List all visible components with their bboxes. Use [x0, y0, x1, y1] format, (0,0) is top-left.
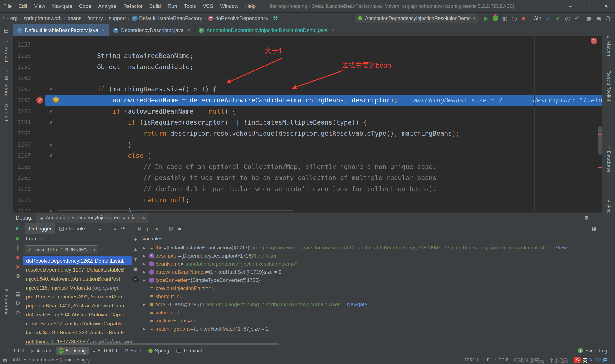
- scroll-down-icon[interactable]: ▼: [133, 257, 138, 262]
- code-text[interactable]: if (autowiredBeanName == null) {: [56, 106, 236, 117]
- tool-stripe-1-project[interactable]: 1: Project: [4, 40, 9, 63]
- run-button[interactable]: ▶: [482, 14, 490, 23]
- breadcrumb-item-factory[interactable]: factory: [86, 15, 104, 22]
- toolwindow-button-build[interactable]: ⚒Build: [121, 347, 144, 355]
- settings-sliders-icon[interactable]: ≔: [175, 226, 183, 232]
- variable-row-autowiredbeannames[interactable]: ▶pautowiredBeanNames = {LinkedHashSet@17…: [139, 268, 602, 276]
- variable-link[interactable]: ... Navigate: [341, 301, 367, 307]
- scroll-up-icon[interactable]: ▲: [133, 247, 138, 252]
- intention-bulb-icon[interactable]: [53, 97, 59, 103]
- rerun-button[interactable]: ↻: [16, 226, 20, 232]
- ime-mode[interactable]: 英: [582, 356, 587, 364]
- variable-row-descriptor[interactable]: ▶pdescriptor = {DependencyDescriptor@171…: [139, 252, 602, 260]
- window-close-button[interactable]: ✕: [597, 0, 615, 13]
- expand-arrow-icon[interactable]: ▶: [141, 327, 148, 331]
- stack-frame-row[interactable]: resolveDependency:1207, DefaultListableB: [23, 265, 132, 274]
- tab-dependencydescriptor-java[interactable]: CDependencyDescriptor.java×: [109, 24, 194, 36]
- tab-annotationdependencyinjectionresolutiondemo-java[interactable]: CAnnotationDependencyInjectionResolution…: [195, 24, 338, 36]
- breakpoint-gutter[interactable]: [34, 73, 45, 84]
- tool-stripe-maven[interactable]: mMaven: [606, 35, 612, 56]
- keyboard-icon[interactable]: ⌨: [595, 357, 602, 363]
- expand-arrow-icon[interactable]: ▶: [141, 262, 148, 266]
- window-minimize-button[interactable]: –: [561, 0, 579, 13]
- tool-stripe-7-structure[interactable]: 7: Structure: [4, 70, 9, 97]
- tool-stripe-restfultoolkit[interactable]: ◦RestfulToolkit: [606, 64, 612, 102]
- commit-button[interactable]: ✔: [554, 14, 562, 23]
- code-text[interactable]: if (isRequired(descriptor) || !indicates…: [56, 117, 367, 128]
- tool-stripe-2-favorites[interactable]: 2: Favorites: [4, 289, 9, 316]
- add-icon[interactable]: +: [134, 237, 137, 242]
- breadcrumb-item-r[interactable]: r: [2, 15, 5, 22]
- breadcrumb-item-defaultlistablebeanfactory[interactable]: CDefaultListableBeanFactory: [131, 15, 203, 22]
- fold-marker[interactable]: ∨: [45, 117, 56, 128]
- menu-item-run[interactable]: Run: [164, 0, 180, 12]
- tool-stripe-ant[interactable]: ▲Ant: [606, 198, 612, 213]
- force-step-into-icon[interactable]: ⇊: [135, 226, 143, 232]
- stop-button[interactable]: ■: [519, 14, 528, 23]
- breadcrumb-item-support[interactable]: support: [108, 15, 127, 22]
- line-number[interactable]: 1262: [13, 95, 34, 106]
- code-text[interactable]: return null;: [56, 195, 190, 206]
- toolwindow-button-spring[interactable]: Spring: [146, 347, 172, 355]
- tab-defaultlistablebeanfactory-java[interactable]: CDefaultListableBeanFactory.java×: [13, 24, 109, 36]
- breadcrumb-item-beans[interactable]: beans: [67, 15, 82, 22]
- editor-vertical-scrollbar[interactable]: [598, 126, 602, 155]
- expand-arrow-icon[interactable]: ▶: [141, 254, 148, 258]
- menu-item-vcs[interactable]: VCS: [199, 0, 216, 12]
- breakpoint-gutter[interactable]: [34, 62, 45, 73]
- close-icon[interactable]: ✕: [142, 216, 145, 220]
- encoding-widget[interactable]: UTF-8: [495, 357, 508, 363]
- close-icon[interactable]: ×: [187, 28, 190, 33]
- tool-stripe-commit[interactable]: Commit: [4, 104, 9, 121]
- pause-button[interactable]: ∥: [16, 245, 19, 250]
- code-text[interactable]: autowiredBeanName = determineAutowireCan…: [56, 95, 602, 106]
- line-number[interactable]: 1263: [13, 106, 34, 117]
- code-structure-button[interactable]: ▦: [585, 14, 593, 23]
- code-text[interactable]: [56, 73, 66, 84]
- expand-arrow-icon[interactable]: ▶: [141, 302, 148, 307]
- line-number[interactable]: 1264: [13, 117, 34, 128]
- breakpoint-icon[interactable]: ✓: [36, 97, 43, 104]
- profiler-button[interactable]: ◴: [510, 14, 519, 23]
- caret-position-widget[interactable]: 1262:1: [464, 357, 479, 363]
- variable-row-multiplebeans[interactable]: ≡multipleBeans = null: [139, 317, 602, 325]
- error-stripe-mark[interactable]: [598, 134, 602, 135]
- breakpoint-gutter[interactable]: ✓: [34, 95, 45, 106]
- menu-item-window[interactable]: Window: [217, 0, 242, 12]
- stack-frame-row[interactable]: doCreateBean:594, AbstractAutowireCapal: [23, 310, 132, 319]
- code-text[interactable]: if (matchingBeans.size() > 1) {: [56, 84, 216, 95]
- line-number[interactable]: 1259: [13, 62, 34, 73]
- menu-item-code[interactable]: Code: [76, 0, 94, 12]
- line-number[interactable]: 1270: [13, 183, 34, 195]
- line-number[interactable]: 1261: [13, 84, 34, 95]
- code-text[interactable]: String autowiredBeanName;: [56, 50, 193, 62]
- code-text[interactable]: }: [56, 139, 132, 150]
- window-maximize-button[interactable]: ❐: [579, 0, 597, 13]
- expand-arrow-icon[interactable]: ▶: [141, 270, 148, 274]
- step-over-icon[interactable]: ↷: [119, 226, 127, 232]
- line-number[interactable]: 1269: [13, 172, 34, 183]
- tool-window-switcher-icon[interactable]: ▦: [3, 357, 7, 363]
- debug-session-tab[interactable]: ▦ AnnotationDependencyInjectionResolutio…: [36, 212, 148, 223]
- history-button[interactable]: ◷: [563, 14, 572, 23]
- editor-horizontal-scrollbar[interactable]: [58, 210, 293, 211]
- line-number[interactable]: 1257: [13, 39, 34, 50]
- step-out-icon[interactable]: ↑: [143, 226, 151, 232]
- coverage-button[interactable]: ◍: [501, 14, 509, 23]
- line-number[interactable]: 1272: [13, 206, 34, 212]
- close-icon[interactable]: ×: [331, 28, 334, 33]
- variable-row-this[interactable]: ▶≡this = {DefaultListableBeanFactory@171…: [139, 244, 602, 252]
- close-icon[interactable]: ×: [102, 28, 105, 33]
- settings-icon[interactable]: ⚙: [584, 215, 589, 221]
- variable-row-type[interactable]: ▶≡type = {Class@1786} "class org.xiaoge.…: [139, 300, 602, 309]
- menu-item-analyze[interactable]: Analyze: [95, 0, 120, 12]
- show-execution-point-icon[interactable]: ⌖: [111, 226, 119, 232]
- fold-marker[interactable]: ∧: [45, 139, 56, 150]
- tool-stripe-database[interactable]: ▯Database: [606, 144, 612, 173]
- fold-marker[interactable]: ∧: [45, 206, 56, 212]
- variable-row-typeconverter[interactable]: ▶ptypeConverter = {SimpleTypeConverter@1…: [139, 276, 602, 284]
- fold-marker[interactable]: ∨: [45, 84, 56, 95]
- mute-breakpoints-button[interactable]: ⊘: [16, 273, 20, 279]
- variables-scrollbar[interactable]: [25, 343, 279, 345]
- menu-item-file[interactable]: File: [0, 0, 15, 12]
